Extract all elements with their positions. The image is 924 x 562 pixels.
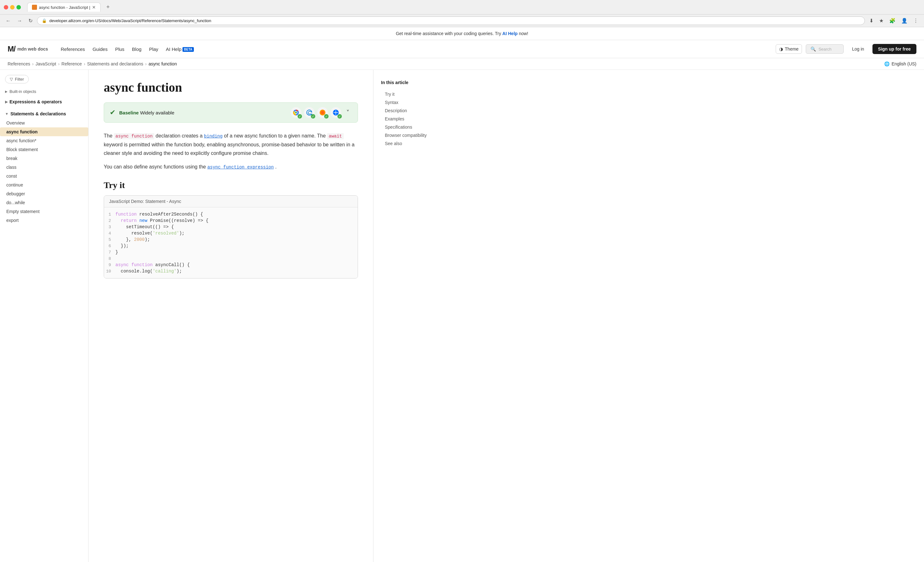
address-bar[interactable]: 🔒 developer.allizom.org/en-US/docs/Web/J… (37, 16, 865, 25)
nav-aihelp[interactable]: AI HelpBETA (166, 46, 194, 52)
left-sidebar: ▽ Filter ▶ Built-in objects ▶ Expression… (0, 70, 88, 562)
baseline-bold: Baseline (119, 110, 139, 115)
sidebar-group-statements-header[interactable]: ▼ Statements & declarations (0, 109, 88, 118)
refresh-button[interactable]: ↻ (27, 16, 34, 25)
code-line-10: 10 console.log('calling'); (104, 268, 358, 274)
toc-link-examples[interactable]: Examples (381, 116, 435, 121)
close-dot[interactable] (4, 5, 8, 9)
forward-button[interactable]: → (15, 17, 24, 25)
sidebar-item-export[interactable]: export (0, 216, 88, 225)
toc-link-see-also[interactable]: See also (381, 141, 435, 146)
extensions-button[interactable]: 🧩 (887, 16, 897, 25)
ai-help-link[interactable]: AI Help (502, 31, 518, 36)
sidebar-items-list: Overview async function async function* … (0, 118, 88, 225)
async-expression-link[interactable]: async function expression (207, 165, 274, 170)
desc-mid: declaration creates a (156, 133, 204, 138)
logo-text: mdn web docs (17, 46, 48, 51)
breadcrumb-statements[interactable]: Statements and declarations (87, 61, 143, 66)
filter-button[interactable]: ▽ Filter (5, 75, 29, 84)
toc-title: In this article (381, 80, 435, 85)
nav-play[interactable]: Play (149, 46, 158, 52)
chevron-down-icon: ▼ (5, 112, 9, 116)
code-line-3: 3 setTimeout(() => { (104, 224, 358, 230)
main-content: async function ✔ Baseline Widely availab… (88, 70, 373, 562)
banner-text-after: now! (519, 31, 528, 36)
sidebar-item-continue[interactable]: continue (0, 180, 88, 189)
sidebar-item-dowhile[interactable]: do...while (0, 198, 88, 207)
sidebar-item-const[interactable]: const (0, 172, 88, 180)
language-selector[interactable]: 🌐 English (US) (884, 61, 916, 66)
login-button[interactable]: Log in (848, 45, 868, 53)
nav-references[interactable]: References (61, 46, 85, 52)
tab-favicon (32, 5, 37, 10)
signup-button[interactable]: Sign up for free (873, 44, 916, 54)
sidebar-section-builtin-header[interactable]: ▶ Built-in objects (0, 87, 88, 96)
browser-chrome: async function - JavaScript | ✕ + ← → ↻ … (0, 0, 924, 27)
desc-after: of a new async function to a given name.… (224, 133, 326, 138)
chevron-right-icon-2: ▶ (5, 100, 8, 104)
toc-link-description[interactable]: Description (381, 108, 435, 113)
await-code: await (327, 133, 344, 139)
banner-text: Get real-time assistance with your codin… (396, 31, 502, 36)
toc-item-specifications: Specifications (381, 123, 435, 131)
menu-button[interactable]: ⋮ (911, 16, 920, 25)
breadcrumb-references[interactable]: References (8, 61, 30, 66)
nav-blog[interactable]: Blog (132, 46, 141, 52)
firefox-icon: ✓ (317, 107, 328, 118)
sidebar-item-async-function[interactable]: async function (0, 127, 88, 136)
maximize-dot[interactable] (16, 5, 21, 9)
minimize-dot[interactable] (10, 5, 15, 9)
chevron-right-icon: ▶ (5, 90, 8, 93)
download-button[interactable]: ⬇ (867, 16, 875, 25)
code-demo: JavaScript Demo: Statement - Async 1 fun… (104, 195, 358, 279)
breadcrumb-javascript[interactable]: JavaScript (35, 61, 56, 66)
browser-tab[interactable]: async function - JavaScript | ✕ (27, 3, 100, 12)
nav-guides[interactable]: Guides (93, 46, 108, 52)
binding-link[interactable]: binding (204, 134, 223, 139)
async-function-code: async function (114, 133, 154, 139)
breadcrumb-sep-2: › (58, 61, 60, 66)
theme-label: Theme (785, 46, 799, 51)
svg-point-2 (295, 112, 297, 114)
filter-icon: ▽ (10, 77, 13, 82)
sidebar-item-break[interactable]: break (0, 154, 88, 163)
toc-link-specifications[interactable]: Specifications (381, 124, 435, 130)
nav-plus[interactable]: Plus (115, 46, 124, 52)
code-line-8: 8 (104, 255, 358, 262)
toc-link-syntax[interactable]: Syntax (381, 100, 435, 105)
sidebar-item-empty[interactable]: Empty statement (0, 207, 88, 216)
toc-item-tryit: Try it (381, 90, 435, 98)
beta-badge: BETA (183, 47, 194, 52)
lang-label: English (US) (891, 61, 916, 66)
breadcrumb-reference[interactable]: Reference (62, 61, 82, 66)
sidebar-item-debugger[interactable]: debugger (0, 189, 88, 198)
browser-nav-bar: ← → ↻ 🔒 developer.allizom.org/en-US/docs… (0, 14, 924, 27)
code-line-7: 7 } (104, 249, 358, 255)
sidebar-item-block[interactable]: Block statement (0, 145, 88, 154)
bookmark-button[interactable]: ★ (877, 16, 885, 25)
firefox-check: ✓ (324, 114, 328, 118)
toc-item-browser-compat: Browser compatibility (381, 131, 435, 139)
description-para-1: The async function declaration creates a… (104, 132, 358, 157)
builtin-label: Built-in objects (9, 89, 36, 94)
toc-link-tryit[interactable]: Try it (381, 91, 435, 97)
back-button[interactable]: ← (4, 17, 13, 25)
tab-close-button[interactable]: ✕ (92, 5, 96, 10)
toc-link-browser-compat[interactable]: Browser compatibility (381, 133, 435, 138)
sidebar-item-overview[interactable]: Overview (0, 118, 88, 127)
lock-icon: 🔒 (42, 18, 47, 23)
url-text: developer.allizom.org/en-US/docs/Web/Jav… (50, 18, 860, 23)
baseline-banner: ✔ Baseline Widely available ✓ ✓ ✓ (104, 102, 358, 123)
search-button[interactable]: 🔍 Search (806, 44, 844, 54)
chrome-icon: ✓ (291, 107, 302, 118)
baseline-expand-button[interactable]: ˅ (344, 108, 352, 118)
sidebar-group-expressions-header[interactable]: ▶ Expressions & operators (0, 97, 88, 106)
site-logo[interactable]: M/ mdn web docs (8, 45, 48, 53)
sidebar-item-async-function-gen[interactable]: async function* (0, 136, 88, 145)
profile-button[interactable]: 👤 (899, 16, 909, 25)
new-tab-button[interactable]: + (104, 4, 112, 10)
sidebar-item-class[interactable]: class (0, 163, 88, 172)
theme-button[interactable]: ◑ Theme (776, 44, 802, 54)
edge-icon: ✓ (304, 107, 315, 118)
tab-title: async function - JavaScript | (39, 5, 90, 10)
